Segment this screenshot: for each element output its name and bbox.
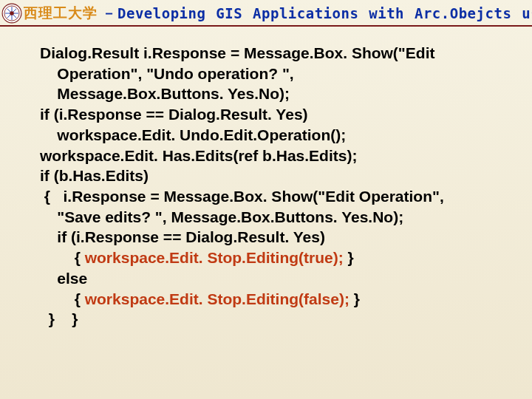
code-line: { workspace.Edit. Stop.Editing(false); }	[40, 289, 502, 310]
code-line: "Save edits? ", Message.Box.Buttons. Yes…	[40, 207, 502, 228]
highlighted-code: workspace.Edit. Stop.Editing(false);	[85, 290, 349, 307]
code-line: Operation", "Undo operation? ",	[40, 64, 502, 84]
code-line: Message.Box.Buttons. Yes.No);	[40, 83, 502, 104]
code-line: { i.Response = Message.Box. Show("Edit O…	[40, 186, 502, 207]
university-logo-icon	[1, 3, 22, 24]
code-line: else	[40, 268, 502, 289]
code-line: if (i.Response == Dialog.Result. Yes)	[40, 227, 502, 248]
code-line: if (i.Response == Dialog.Result. Yes)	[40, 104, 502, 125]
highlighted-code: workspace.Edit. Stop.Editing(true);	[85, 249, 344, 266]
code-block: Dialog.Result i.Response = Message.Box. …	[0, 27, 532, 330]
svg-point-6	[10, 11, 14, 16]
slide: 西理工大学 － Developing GIS Applications with…	[0, 0, 532, 399]
slide-header: 西理工大学 － Developing GIS Applications with…	[0, 0, 532, 27]
code-line: workspace.Edit. Has.Edits(ref b.Has.Edit…	[40, 146, 502, 166]
code-line: Dialog.Result i.Response = Message.Box. …	[40, 43, 502, 64]
code-line: workspace.Edit. Undo.Edit.Operation();	[40, 125, 502, 146]
code-line: { workspace.Edit. Stop.Editing(true); }	[40, 248, 502, 268]
header-separator: －	[102, 4, 116, 23]
course-title: Developing GIS Applications with Arc.Obe…	[117, 5, 532, 21]
university-name: 西理工大学	[24, 4, 98, 23]
code-line: } }	[40, 309, 502, 330]
code-line: if (b.Has.Edits)	[40, 166, 502, 186]
